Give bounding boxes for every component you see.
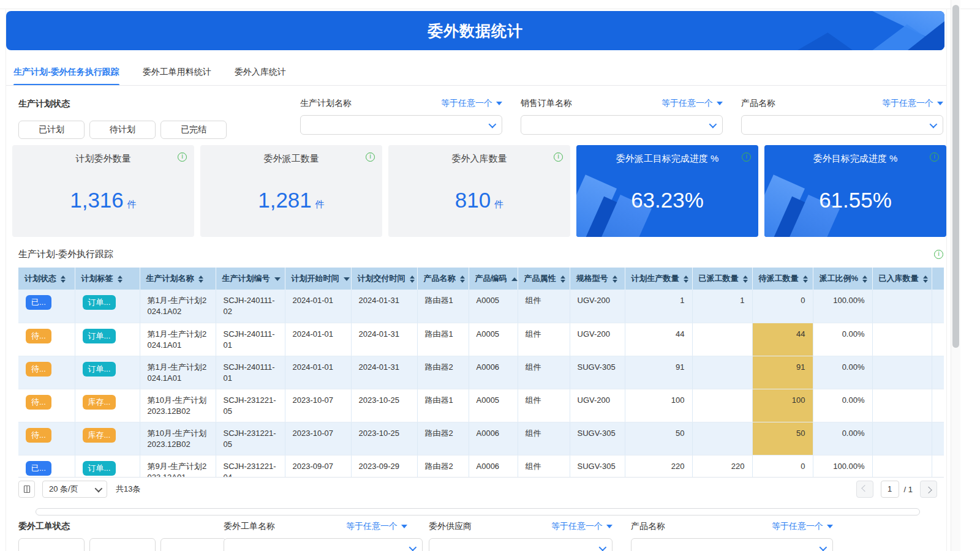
- info-icon[interactable]: i: [554, 152, 563, 162]
- next-page-button[interactable]: [920, 481, 937, 498]
- column-header[interactable]: 已派工数量: [692, 268, 752, 290]
- product-name-operator[interactable]: 等于任意一个: [882, 98, 943, 109]
- top-divider: [0, 9, 980, 9]
- sort-icon[interactable]: [803, 276, 808, 283]
- vertical-scrollbar-track[interactable]: [951, 0, 960, 551]
- product-name-select[interactable]: [741, 115, 943, 135]
- info-icon[interactable]: i: [934, 250, 943, 259]
- vertical-scrollbar-thumb[interactable]: [952, 5, 959, 348]
- table-header-row: 计划状态计划标签生产计划名称生产计划编号计划开始时间计划交付时间产品名称产品编码…: [18, 268, 944, 290]
- table-cell: 第10月-生产计划2023.12B02: [140, 422, 216, 455]
- table-cell: UGV-200: [570, 290, 625, 323]
- sort-icon[interactable]: [61, 276, 66, 283]
- sort-icon[interactable]: [612, 276, 617, 283]
- sort-icon[interactable]: [118, 276, 123, 283]
- table-row: 待...库存...第10月-生产计划2023.12B02SCJH-231221-…: [18, 422, 944, 455]
- info-icon[interactable]: i: [366, 152, 375, 162]
- status-button-planned[interactable]: 已计划: [18, 121, 85, 139]
- sort-icon[interactable]: [684, 276, 688, 283]
- sort-icon[interactable]: [410, 276, 415, 283]
- chevron-down-icon: [599, 543, 607, 551]
- left-panel-border: [6, 9, 6, 551]
- column-header[interactable]: 产品编码: [469, 268, 518, 290]
- column-header[interactable]: 已入库数量: [872, 268, 932, 290]
- stat-unit: 件: [127, 199, 137, 209]
- column-header[interactable]: 计划生产数量: [625, 268, 692, 290]
- bottom-product-name-operator[interactable]: 等于任意一个: [772, 521, 833, 532]
- sales-order-operator[interactable]: 等于任意一个: [662, 98, 723, 109]
- table-cell-cut: [932, 323, 944, 356]
- sort-icon[interactable]: [511, 277, 518, 281]
- workorder-name-select[interactable]: [224, 538, 423, 551]
- cell-plan-status: 已...: [18, 290, 75, 323]
- column-header[interactable]: 生产计划名称: [140, 268, 216, 290]
- column-header[interactable]: 产品名称: [417, 268, 469, 290]
- column-settings-button[interactable]: [18, 481, 35, 498]
- sort-icon[interactable]: [198, 276, 203, 283]
- page-number-input[interactable]: 1: [881, 481, 899, 498]
- sort-icon[interactable]: [862, 276, 867, 283]
- table-cell: 100.00%: [813, 455, 872, 478]
- table-cell: 组件: [518, 422, 570, 455]
- tab-inbound-stats[interactable]: 委外入库统计: [235, 61, 286, 86]
- table-cell: 100: [625, 389, 692, 422]
- total-pages-label: / 1: [904, 485, 913, 494]
- column-header[interactable]: 计划状态: [18, 268, 75, 290]
- cell-plan-tag: 订单...: [75, 356, 140, 389]
- column-header[interactable]: 计划交付时间: [351, 268, 417, 290]
- column-header[interactable]: 产品属性: [518, 268, 570, 290]
- stat-card-inbound-qty: 委外入库数量 i 810件: [388, 145, 570, 237]
- info-icon[interactable]: i: [930, 152, 939, 162]
- column-header[interactable]: 待派工数量: [752, 268, 813, 290]
- info-icon[interactable]: i: [178, 152, 187, 162]
- sales-order-select[interactable]: [521, 115, 723, 135]
- table-cell: 路由器2: [417, 356, 469, 389]
- tab-bar: 生产计划-委外任务执行跟踪 委外工单用料统计 委外入库统计: [13, 61, 286, 86]
- column-header[interactable]: 派工比例%: [813, 268, 872, 290]
- table-cell: 2023-10-07: [285, 422, 351, 455]
- stat-unit: 件: [494, 199, 503, 209]
- column-header[interactable]: 规格型号: [570, 268, 625, 290]
- right-panel-border: [946, 9, 947, 551]
- plan-name-label: 生产计划名称: [300, 98, 352, 109]
- table-cell: 0.00%: [813, 422, 872, 455]
- supplier-operator[interactable]: 等于任意一个: [551, 521, 612, 532]
- column-header[interactable]: 生产计划编号: [216, 268, 285, 290]
- workorder-status-button[interactable]: [160, 538, 227, 551]
- table-cell: UGV-200: [570, 389, 625, 422]
- sort-icon[interactable]: [923, 276, 928, 283]
- workorder-status-button[interactable]: [18, 538, 85, 551]
- table-cell: 组件: [518, 455, 570, 478]
- sort-icon[interactable]: [344, 277, 350, 281]
- column-header[interactable]: 计划开始时间: [285, 268, 351, 290]
- stat-card-dispatch-progress: 委外派工目标完成进度 % i 63.23%: [576, 145, 758, 237]
- supplier-select[interactable]: [429, 538, 612, 551]
- status-button-finished[interactable]: 已完结: [160, 121, 227, 139]
- tab-plan-outsource-tracking[interactable]: 生产计划-委外任务执行跟踪: [13, 61, 119, 86]
- page-size-select[interactable]: 20 条/页: [42, 481, 107, 498]
- sort-icon[interactable]: [743, 276, 748, 283]
- sort-icon[interactable]: [460, 276, 465, 283]
- table-cell: 2023-10-25: [351, 422, 417, 455]
- tab-workorder-material-stats[interactable]: 委外工单用料统计: [143, 61, 211, 86]
- sort-icon[interactable]: [274, 277, 281, 281]
- table-cell: 2023-10-07: [285, 389, 351, 422]
- prev-page-button[interactable]: [856, 481, 873, 498]
- table-cell: 220: [692, 455, 752, 478]
- table-cell: 组件: [518, 389, 570, 422]
- table-row: 已...订单...第9月-生产计划2023.12A01SCJH-231221-0…: [18, 455, 944, 478]
- table-cell: UGV-200: [570, 323, 625, 356]
- sort-icon[interactable]: [560, 276, 565, 283]
- horizontal-scrollbar[interactable]: [36, 508, 920, 515]
- cell-plan-status: 待...: [18, 323, 75, 356]
- plan-name-operator[interactable]: 等于任意一个: [441, 98, 502, 109]
- bottom-product-name-select[interactable]: [631, 538, 833, 551]
- workorder-name-operator[interactable]: 等于任意一个: [346, 521, 407, 532]
- table-cell: [692, 356, 752, 389]
- status-button-pending[interactable]: 待计划: [89, 121, 156, 139]
- workorder-status-button[interactable]: [89, 538, 156, 551]
- column-header[interactable]: 计划标签: [75, 268, 140, 290]
- bottom-product-name-label: 产品名称: [631, 521, 665, 532]
- plan-name-select[interactable]: [300, 115, 502, 135]
- info-icon[interactable]: i: [742, 152, 751, 162]
